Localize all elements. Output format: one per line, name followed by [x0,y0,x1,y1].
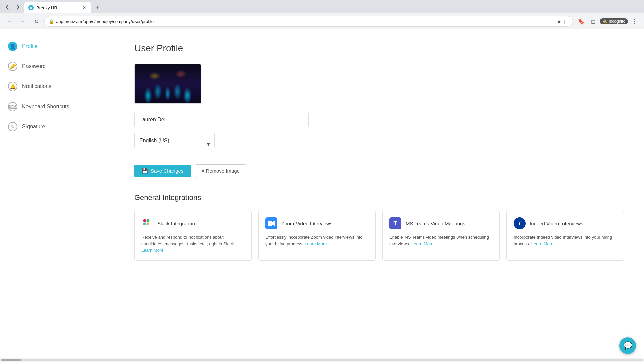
sidebar-label-password: Password [22,63,46,69]
tab-history-back-button[interactable]: ❮ [3,2,12,11]
svg-rect-1 [143,223,146,225]
url-text: app.breezy.hr/app/c/moodjoy/company/user… [56,19,555,24]
buttons-row: 💾 Save Changes × Remove Image [134,164,624,177]
save-changes-label: Save Changes [151,168,183,174]
content-area: User Profile English (US) Spanish French… [114,29,644,358]
slack-learn-more-link[interactable]: Learn More [141,248,163,253]
indeed-logo: i [514,217,526,229]
horizontal-scrollbar[interactable] [0,358,644,362]
indeed-card-header: i Indeed Video Interviews [514,217,617,229]
incognito-icon: 🕵 [602,19,607,24]
reload-button[interactable]: ↻ [31,16,42,27]
tab-history-forward-button[interactable]: ❯ [13,2,23,11]
bookmark-icon[interactable]: ★ [557,18,561,25]
forward-button[interactable]: → [17,16,28,27]
chat-bubble-icon: 💬 [623,341,632,350]
save-icon: 💾 [142,168,148,174]
scrollbar-thumb[interactable] [1,359,21,361]
address-bar[interactable]: 🔒 app.breezy.hr/app/c/moodjoy/company/us… [44,16,573,27]
teams-card-description: Enable MS Teams video meetings when sche… [389,234,493,247]
keyboard-icon: ⌨ [8,102,17,111]
teams-learn-more-link[interactable]: Learn More [411,241,433,246]
save-changes-button[interactable]: 💾 Save Changes [134,165,191,177]
indeed-card-name: Indeed Video Interviews [530,221,583,226]
bookmarks-button[interactable]: 🔖 [576,16,586,27]
slack-logo [141,217,153,229]
signature-icon: ✎ [8,122,17,131]
profile-image [135,64,201,103]
incognito-label: Incognito [609,19,625,24]
general-integrations-title: General Integrations [134,193,624,202]
browser-menu-button[interactable]: ⋮ [629,16,640,27]
sidebar-item-signature[interactable]: ✎ Signature [0,117,114,137]
indeed-integration-card: i Indeed Video Interviews Incorporate In… [506,210,624,261]
notifications-icon: 🔔 [8,82,17,91]
svg-marker-5 [272,221,275,226]
zoom-card-header: Zoom Video Interviews [265,217,369,229]
zoom-card-name: Zoom Video Interviews [281,221,332,226]
back-button[interactable]: ← [4,16,15,27]
main-container: 👤 Profile 🔑 Password 🔔 Notifications ⌨ K… [0,29,644,358]
extensions-icon[interactable]: ◫ [564,18,569,25]
incognito-badge: 🕵 Incognito [600,18,628,24]
tab-favicon: B [28,5,34,10]
sidebar-label-keyboard-shortcuts: Keyboard Shortcuts [22,104,69,110]
sidebar-label-signature: Signature [22,124,45,130]
page-title: User Profile [134,43,624,54]
name-input[interactable] [134,112,309,127]
svg-rect-3 [147,223,149,225]
active-tab[interactable]: B Breezy HR ✕ [24,2,91,13]
browser-right-controls: 🔖 ◻ 🕵 Incognito ⋮ [576,16,640,27]
sidebar-item-keyboard-shortcuts[interactable]: ⌨ Keyboard Shortcuts [0,97,114,117]
tab-bar: ❮ ❯ B Breezy HR ✕ + [0,0,644,13]
new-tab-button[interactable]: + [93,3,102,12]
tab-search-button[interactable]: ◻ [588,16,598,27]
slack-card-description: Receive and respond to notifications abo… [141,234,245,254]
address-bar-row: ← → ↻ 🔒 app.breezy.hr/app/c/moodjoy/comp… [0,13,644,29]
tab-title: Breezy HR [36,5,78,10]
indeed-learn-more-link[interactable]: Learn More [531,241,553,246]
svg-rect-4 [268,221,272,226]
teams-integration-card: T MS Teams Video Meetings Enable MS Team… [382,210,500,261]
teams-card-name: MS Teams Video Meetings [406,221,465,226]
remove-image-label: × Remove Image [201,168,240,174]
scrollbar-track [1,359,643,361]
teams-logo: T [389,217,401,229]
zoom-learn-more-link[interactable]: Learn More [305,241,327,246]
sidebar: 👤 Profile 🔑 Password 🔔 Notifications ⌨ K… [0,29,114,358]
language-select[interactable]: English (US) Spanish French German Portu… [134,133,215,148]
sidebar-item-notifications[interactable]: 🔔 Notifications [0,76,114,97]
chat-bubble-button[interactable]: 💬 [619,337,636,354]
remove-image-button[interactable]: × Remove Image [195,164,246,177]
sidebar-item-password[interactable]: 🔑 Password [0,56,114,76]
svg-rect-0 [143,219,146,222]
zoom-integration-card: Zoom Video Interviews Effortlessly incor… [258,210,376,261]
profile-image-container [134,64,201,104]
slack-integration-card: Slack Integration Receive and respond to… [134,210,252,261]
integrations-grid: Slack Integration Receive and respond to… [134,210,624,261]
zoom-logo [265,217,277,229]
lock-icon: 🔒 [49,19,54,24]
teams-card-header: T MS Teams Video Meetings [389,217,493,229]
sidebar-label-profile: Profile [22,43,37,49]
tab-left-controls: ❮ ❯ [3,2,23,13]
profile-icon: 👤 [8,42,17,51]
sidebar-item-profile[interactable]: 👤 Profile [0,36,114,56]
language-select-wrapper: English (US) Spanish French German Portu… [134,133,215,156]
tab-close-button[interactable]: ✕ [81,5,87,11]
indeed-card-description: Incorporate Indeed video interviews into… [514,234,617,247]
password-icon: 🔑 [8,62,17,71]
sidebar-label-notifications: Notifications [22,83,51,89]
svg-rect-2 [147,219,149,222]
browser-window: ❮ ❯ B Breezy HR ✕ + ← → ↻ 🔒 app.breezy.h… [0,0,644,362]
zoom-card-description: Effortlessly incorporate Zoom video inte… [265,234,369,247]
slack-card-name: Slack Integration [157,221,195,226]
slack-card-header: Slack Integration [141,217,245,229]
